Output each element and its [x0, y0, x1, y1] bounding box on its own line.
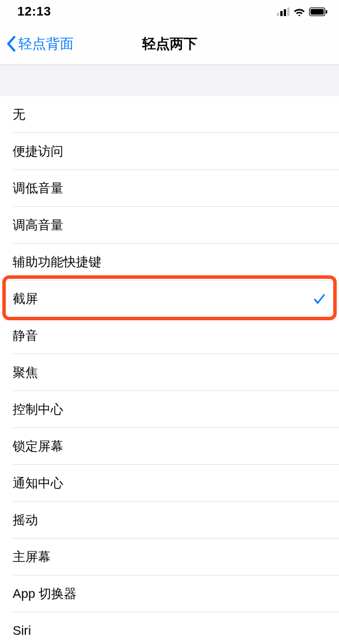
option-label: 静音	[13, 327, 38, 344]
option-row[interactable]: 辅助功能快捷键	[0, 244, 339, 281]
option-label: 聚焦	[13, 364, 38, 381]
option-label: 主屏幕	[13, 548, 51, 566]
section-spacer	[0, 65, 339, 96]
status-right	[277, 7, 327, 16]
cellular-signal-icon	[277, 7, 290, 16]
option-row[interactable]: 静音	[0, 317, 339, 354]
option-row[interactable]: 调高音量	[0, 207, 339, 244]
checkmark-icon	[313, 292, 326, 306]
option-row[interactable]: 摇动	[0, 502, 339, 539]
option-row[interactable]: 通知中心	[0, 465, 339, 502]
option-label: 通知中心	[13, 475, 63, 492]
option-row[interactable]: Siri	[0, 612, 339, 644]
option-label: 控制中心	[13, 401, 63, 418]
option-row[interactable]: 截屏	[0, 281, 339, 317]
option-label: 调低音量	[13, 180, 63, 197]
option-row[interactable]: 控制中心	[0, 391, 339, 428]
option-label: App 切换器	[13, 585, 77, 603]
option-label: 截屏	[13, 290, 38, 308]
option-label: 调高音量	[13, 217, 63, 234]
option-row[interactable]: 调低音量	[0, 170, 339, 207]
option-row[interactable]: 聚焦	[0, 354, 339, 391]
option-label: 摇动	[13, 512, 38, 529]
option-label: 锁定屏幕	[13, 438, 63, 455]
back-button[interactable]: 轻点背面	[0, 35, 74, 53]
option-label: 辅助功能快捷键	[13, 253, 101, 271]
svg-rect-1	[311, 9, 324, 14]
option-row[interactable]: 锁定屏幕	[0, 428, 339, 465]
option-row[interactable]: 无	[0, 96, 339, 133]
option-row[interactable]: App 切换器	[0, 575, 339, 612]
option-label: Siri	[13, 623, 31, 638]
navigation-bar: 轻点背面 轻点两下	[0, 23, 339, 65]
option-row[interactable]: 主屏幕	[0, 539, 339, 575]
option-row[interactable]: 便捷访问	[0, 133, 339, 170]
back-label: 轻点背面	[18, 35, 74, 53]
option-label: 无	[13, 106, 25, 123]
option-label: 便捷访问	[13, 143, 63, 160]
svg-rect-2	[326, 10, 327, 13]
status-bar: 12:13	[0, 0, 339, 23]
chevron-left-icon	[6, 36, 16, 52]
battery-icon	[309, 7, 327, 16]
status-time: 12:13	[17, 4, 51, 19]
options-list: 无便捷访问调低音量调高音量辅助功能快捷键截屏静音聚焦控制中心锁定屏幕通知中心摇动…	[0, 96, 339, 644]
wifi-icon	[293, 7, 306, 16]
